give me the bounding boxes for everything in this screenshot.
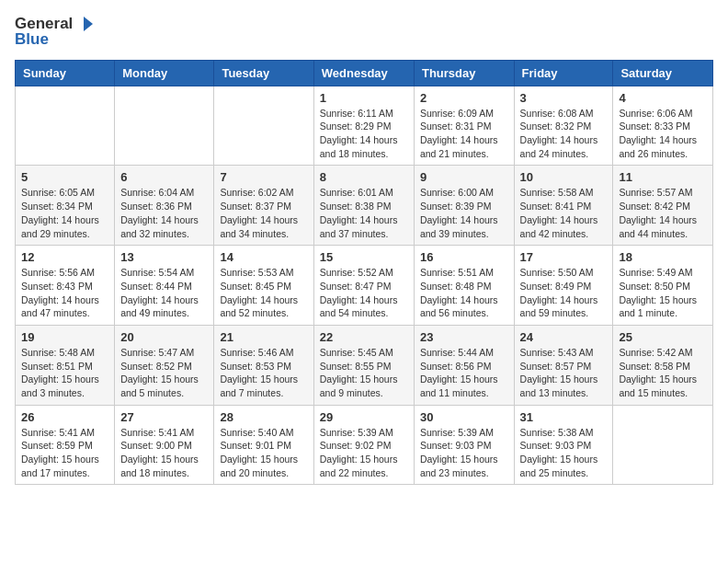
- day-number: 30: [420, 410, 508, 424]
- calendar-cell: 1Sunrise: 6:11 AM Sunset: 8:29 PM Daylig…: [313, 86, 414, 166]
- day-info: Sunrise: 6:06 AM Sunset: 8:33 PM Dayligh…: [619, 107, 707, 161]
- calendar-cell: 23Sunrise: 5:44 AM Sunset: 8:56 PM Dayli…: [414, 325, 514, 405]
- day-header-tuesday: Tuesday: [214, 60, 313, 86]
- calendar-cell: 22Sunrise: 5:45 AM Sunset: 8:55 PM Dayli…: [313, 325, 414, 405]
- day-number: 16: [420, 250, 508, 264]
- day-header-sunday: Sunday: [16, 60, 115, 86]
- day-number: 11: [619, 170, 707, 184]
- day-number: 21: [220, 330, 307, 344]
- day-info: Sunrise: 5:39 AM Sunset: 9:02 PM Dayligh…: [320, 426, 408, 480]
- day-number: 6: [120, 170, 208, 184]
- calendar-cell: 25Sunrise: 5:42 AM Sunset: 8:58 PM Dayli…: [613, 325, 713, 405]
- calendar-cell: 29Sunrise: 5:39 AM Sunset: 9:02 PM Dayli…: [313, 405, 414, 485]
- day-number: 3: [520, 91, 608, 105]
- day-number: 26: [21, 410, 108, 424]
- day-info: Sunrise: 5:52 AM Sunset: 8:47 PM Dayligh…: [320, 266, 408, 320]
- day-info: Sunrise: 5:54 AM Sunset: 8:44 PM Dayligh…: [120, 266, 208, 320]
- day-info: Sunrise: 6:00 AM Sunset: 8:39 PM Dayligh…: [420, 186, 508, 240]
- calendar-cell: 14Sunrise: 5:53 AM Sunset: 8:45 PM Dayli…: [214, 246, 313, 326]
- calendar-cell: 12Sunrise: 5:56 AM Sunset: 8:43 PM Dayli…: [16, 246, 115, 326]
- calendar-cell: [115, 86, 214, 166]
- day-info: Sunrise: 6:05 AM Sunset: 8:34 PM Dayligh…: [21, 186, 108, 240]
- calendar-cell: 16Sunrise: 5:51 AM Sunset: 8:48 PM Dayli…: [414, 246, 514, 326]
- calendar-cell: 5Sunrise: 6:05 AM Sunset: 8:34 PM Daylig…: [16, 166, 115, 246]
- calendar-cell: 19Sunrise: 5:48 AM Sunset: 8:51 PM Dayli…: [16, 325, 115, 405]
- day-number: 24: [520, 330, 608, 344]
- calendar-cell: 20Sunrise: 5:47 AM Sunset: 8:52 PM Dayli…: [115, 325, 214, 405]
- page-header: General Blue: [15, 15, 713, 49]
- day-header-wednesday: Wednesday: [313, 60, 414, 86]
- day-info: Sunrise: 6:01 AM Sunset: 8:38 PM Dayligh…: [320, 186, 408, 240]
- day-number: 4: [619, 91, 707, 105]
- day-number: 2: [420, 91, 508, 105]
- day-info: Sunrise: 5:39 AM Sunset: 9:03 PM Dayligh…: [420, 426, 508, 480]
- day-info: Sunrise: 5:42 AM Sunset: 8:58 PM Dayligh…: [619, 346, 707, 400]
- calendar-cell: 10Sunrise: 5:58 AM Sunset: 8:41 PM Dayli…: [514, 166, 613, 246]
- day-info: Sunrise: 6:08 AM Sunset: 8:32 PM Dayligh…: [520, 107, 608, 161]
- day-number: 12: [21, 250, 108, 264]
- day-number: 19: [21, 330, 108, 344]
- day-info: Sunrise: 5:47 AM Sunset: 8:52 PM Dayligh…: [120, 346, 208, 400]
- day-number: 7: [220, 170, 307, 184]
- day-header-thursday: Thursday: [414, 60, 514, 86]
- calendar-cell: [613, 405, 713, 485]
- calendar-cell: 31Sunrise: 5:38 AM Sunset: 9:03 PM Dayli…: [514, 405, 613, 485]
- calendar-week-row: 1Sunrise: 6:11 AM Sunset: 8:29 PM Daylig…: [16, 86, 713, 166]
- logo-blue: Blue: [15, 31, 49, 49]
- calendar-cell: 9Sunrise: 6:00 AM Sunset: 8:39 PM Daylig…: [414, 166, 514, 246]
- day-number: 9: [420, 170, 508, 184]
- calendar-cell: 4Sunrise: 6:06 AM Sunset: 8:33 PM Daylig…: [613, 86, 713, 166]
- day-number: 29: [320, 410, 408, 424]
- calendar-cell: 6Sunrise: 6:04 AM Sunset: 8:36 PM Daylig…: [115, 166, 214, 246]
- calendar-cell: 26Sunrise: 5:41 AM Sunset: 8:59 PM Dayli…: [16, 405, 115, 485]
- calendar-cell: [16, 86, 115, 166]
- day-number: 31: [520, 410, 608, 424]
- calendar-cell: 8Sunrise: 6:01 AM Sunset: 8:38 PM Daylig…: [313, 166, 414, 246]
- day-number: 22: [320, 330, 408, 344]
- calendar-table: SundayMondayTuesdayWednesdayThursdayFrid…: [15, 60, 713, 486]
- calendar-week-row: 12Sunrise: 5:56 AM Sunset: 8:43 PM Dayli…: [16, 246, 713, 326]
- day-number: 10: [520, 170, 608, 184]
- calendar-header-row: SundayMondayTuesdayWednesdayThursdayFrid…: [16, 60, 713, 86]
- day-number: 18: [619, 250, 707, 264]
- day-info: Sunrise: 5:49 AM Sunset: 8:50 PM Dayligh…: [619, 266, 707, 320]
- day-info: Sunrise: 6:11 AM Sunset: 8:29 PM Dayligh…: [320, 107, 408, 161]
- day-info: Sunrise: 5:48 AM Sunset: 8:51 PM Dayligh…: [21, 346, 108, 400]
- calendar-cell: 7Sunrise: 6:02 AM Sunset: 8:37 PM Daylig…: [214, 166, 313, 246]
- calendar-cell: 2Sunrise: 6:09 AM Sunset: 8:31 PM Daylig…: [414, 86, 514, 166]
- day-info: Sunrise: 5:58 AM Sunset: 8:41 PM Dayligh…: [520, 186, 608, 240]
- svg-marker-0: [84, 17, 93, 31]
- day-info: Sunrise: 6:04 AM Sunset: 8:36 PM Dayligh…: [120, 186, 208, 240]
- day-number: 13: [120, 250, 208, 264]
- calendar-cell: 15Sunrise: 5:52 AM Sunset: 8:47 PM Dayli…: [313, 246, 414, 326]
- day-header-friday: Friday: [514, 60, 613, 86]
- day-info: Sunrise: 5:43 AM Sunset: 8:57 PM Dayligh…: [520, 346, 608, 400]
- day-number: 1: [320, 91, 408, 105]
- calendar-cell: [214, 86, 313, 166]
- logo-arrow-icon: [74, 15, 93, 33]
- calendar-cell: 11Sunrise: 5:57 AM Sunset: 8:42 PM Dayli…: [613, 166, 713, 246]
- day-info: Sunrise: 6:02 AM Sunset: 8:37 PM Dayligh…: [220, 186, 307, 240]
- day-number: 27: [120, 410, 208, 424]
- day-info: Sunrise: 5:41 AM Sunset: 8:59 PM Dayligh…: [21, 426, 108, 480]
- day-header-monday: Monday: [115, 60, 214, 86]
- logo: General Blue: [15, 15, 93, 49]
- day-number: 28: [220, 410, 307, 424]
- day-info: Sunrise: 5:56 AM Sunset: 8:43 PM Dayligh…: [21, 266, 108, 320]
- day-info: Sunrise: 6:09 AM Sunset: 8:31 PM Dayligh…: [420, 107, 508, 161]
- calendar-cell: 13Sunrise: 5:54 AM Sunset: 8:44 PM Dayli…: [115, 246, 214, 326]
- day-number: 23: [420, 330, 508, 344]
- calendar-week-row: 5Sunrise: 6:05 AM Sunset: 8:34 PM Daylig…: [16, 166, 713, 246]
- calendar-cell: 27Sunrise: 5:41 AM Sunset: 9:00 PM Dayli…: [115, 405, 214, 485]
- day-number: 20: [120, 330, 208, 344]
- day-info: Sunrise: 5:53 AM Sunset: 8:45 PM Dayligh…: [220, 266, 307, 320]
- day-info: Sunrise: 5:45 AM Sunset: 8:55 PM Dayligh…: [320, 346, 408, 400]
- calendar-cell: 24Sunrise: 5:43 AM Sunset: 8:57 PM Dayli…: [514, 325, 613, 405]
- calendar-cell: 21Sunrise: 5:46 AM Sunset: 8:53 PM Dayli…: [214, 325, 313, 405]
- day-info: Sunrise: 5:40 AM Sunset: 9:01 PM Dayligh…: [220, 426, 307, 480]
- day-number: 17: [520, 250, 608, 264]
- calendar-cell: 28Sunrise: 5:40 AM Sunset: 9:01 PM Dayli…: [214, 405, 313, 485]
- day-info: Sunrise: 5:51 AM Sunset: 8:48 PM Dayligh…: [420, 266, 508, 320]
- calendar-cell: 30Sunrise: 5:39 AM Sunset: 9:03 PM Dayli…: [414, 405, 514, 485]
- day-info: Sunrise: 5:50 AM Sunset: 8:49 PM Dayligh…: [520, 266, 608, 320]
